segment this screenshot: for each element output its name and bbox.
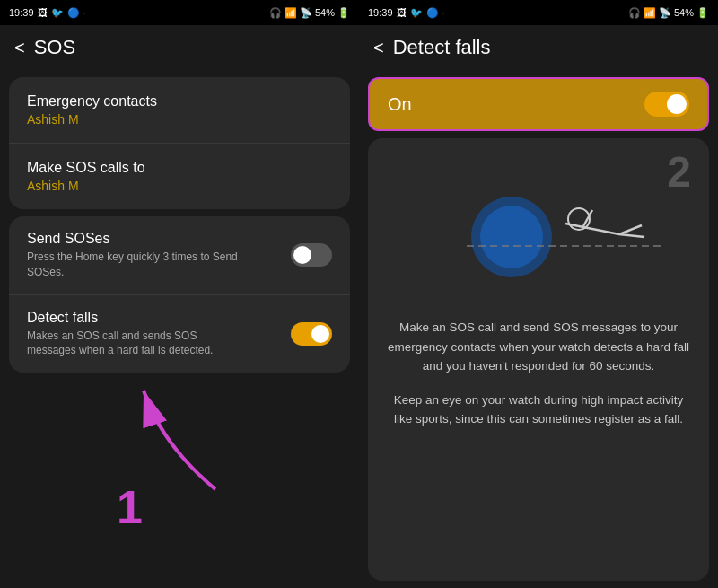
sos-calls-subtitle: Ashish M bbox=[27, 179, 332, 193]
emergency-contacts-item[interactable]: Emergency contacts Ashish M bbox=[9, 77, 350, 144]
twitter-icon: 🐦 bbox=[51, 7, 64, 19]
left-top-bar: < SOS bbox=[0, 25, 359, 70]
right-content: On 2 bbox=[359, 70, 718, 588]
info-text-2: Keep an eye on your watch during high im… bbox=[386, 391, 691, 429]
right-twitter-icon: 🐦 bbox=[410, 7, 423, 19]
send-soses-title: Send SOSes bbox=[27, 231, 242, 247]
right-page-title: Detect falls bbox=[393, 36, 491, 59]
status-left: 19:39 🖼 🐦 🔵 · bbox=[9, 7, 86, 19]
signal-icon: 📡 bbox=[300, 7, 312, 19]
dot-icon: · bbox=[83, 7, 86, 18]
right-wifi-icon: 📶 bbox=[644, 7, 656, 19]
left-page-title: SOS bbox=[34, 36, 75, 59]
right-battery: 54% bbox=[674, 7, 694, 18]
sos-calls-item[interactable]: Make SOS calls to Ashish M bbox=[9, 144, 350, 209]
detect-falls-toggle[interactable] bbox=[291, 322, 332, 346]
notification-icon: 🔵 bbox=[67, 7, 80, 19]
sos-calls-title: Make SOS calls to bbox=[27, 160, 332, 176]
left-time: 19:39 bbox=[9, 7, 34, 18]
send-soses-text: Send SOSes Press the Home key quickly 3 … bbox=[27, 231, 242, 280]
right-signal-icon: 📡 bbox=[659, 7, 671, 19]
step-number: 2 bbox=[667, 147, 691, 197]
left-status-bar: 19:39 🖼 🐦 🔵 · 🎧 📶 📡 54% 🔋 bbox=[0, 0, 359, 25]
send-soses-row: Send SOSes Press the Home key quickly 3 … bbox=[9, 216, 350, 295]
on-toggle-bar[interactable]: On bbox=[368, 77, 709, 131]
left-battery: 54% bbox=[315, 7, 335, 18]
fall-illustration bbox=[386, 156, 691, 300]
right-status-bar: 19:39 🖼 🐦 🔵 · 🎧 📶 📡 54% 🔋 bbox=[359, 0, 718, 25]
gallery-icon: 🖼 bbox=[38, 7, 48, 18]
left-panel: 19:39 🖼 🐦 🔵 · 🎧 📶 📡 54% 🔋 < SOS Emergenc… bbox=[0, 0, 359, 588]
right-back-button[interactable]: < bbox=[373, 38, 384, 58]
detect-falls-title: Detect falls bbox=[27, 310, 242, 326]
on-label: On bbox=[388, 94, 412, 115]
on-toggle-switch[interactable] bbox=[644, 92, 689, 117]
status-right: 🎧 📶 📡 54% 🔋 bbox=[269, 7, 350, 19]
right-status-left: 19:39 🖼 🐦 🔵 · bbox=[368, 7, 445, 19]
left-back-button[interactable]: < bbox=[14, 38, 25, 58]
svg-line-5 bbox=[619, 225, 642, 234]
svg-point-2 bbox=[480, 206, 543, 268]
right-panel: 19:39 🖼 🐦 🔵 · 🎧 📶 📡 54% 🔋 < Detect falls… bbox=[359, 0, 718, 588]
right-top-bar: < Detect falls bbox=[359, 25, 718, 70]
send-soses-desc: Press the Home key quickly 3 times to Se… bbox=[27, 250, 242, 280]
right-notification-icon: 🔵 bbox=[426, 7, 439, 19]
battery-icon: 🔋 bbox=[337, 7, 350, 19]
contacts-card: Emergency contacts Ashish M Make SOS cal… bbox=[9, 77, 350, 209]
info-card: 2 bbox=[368, 138, 709, 581]
right-bluetooth-icon: 🎧 bbox=[628, 7, 641, 19]
bluetooth-icon: 🎧 bbox=[269, 7, 282, 19]
send-soses-toggle[interactable] bbox=[291, 243, 332, 267]
right-gallery-icon: 🖼 bbox=[397, 7, 407, 18]
annotation-number-1: 1 bbox=[117, 480, 143, 534]
right-time: 19:39 bbox=[368, 7, 393, 18]
right-status-right: 🎧 📶 📡 54% 🔋 bbox=[628, 7, 709, 19]
info-text-1: Make an SOS call and send SOS messages t… bbox=[386, 318, 691, 376]
svg-line-6 bbox=[619, 234, 644, 237]
right-battery-icon: 🔋 bbox=[696, 7, 709, 19]
right-dot-icon: · bbox=[442, 7, 445, 18]
fall-svg bbox=[413, 170, 664, 286]
wifi-icon: 📶 bbox=[285, 7, 297, 19]
emergency-contacts-title: Emergency contacts bbox=[27, 93, 332, 110]
emergency-contacts-subtitle: Ashish M bbox=[27, 112, 332, 127]
